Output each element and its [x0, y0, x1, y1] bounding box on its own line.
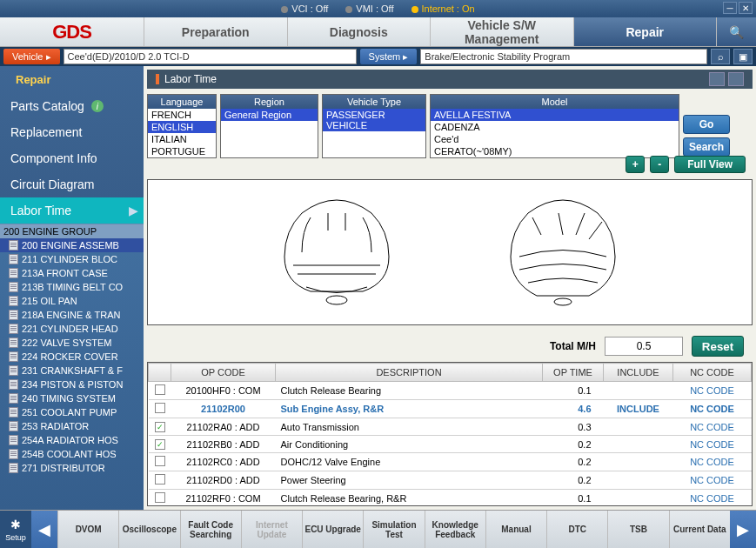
nc-code-link[interactable]: NC CODE: [673, 382, 752, 400]
sidebar-item-replacement[interactable]: Replacement: [0, 119, 144, 145]
tool-button[interactable]: Current Data: [669, 511, 730, 548]
tree-item[interactable]: 254A RADIATOR HOS: [0, 433, 144, 447]
tool-button[interactable]: Knowledge Feedback: [425, 511, 485, 548]
sidebar-item-component-info[interactable]: Component Info: [0, 145, 144, 171]
nc-code-link[interactable]: NC CODE: [673, 400, 752, 418]
filter-language-list[interactable]: FRENCHENGLISHITALIANPORTUGUE: [148, 109, 216, 157]
list-item[interactable]: CADENZA: [431, 121, 679, 133]
tree-item[interactable]: 222 VALVE SYSTEM: [0, 336, 144, 350]
table-row[interactable]: 21102R00Sub Engine Assy, R&R4.6INCLUDENC…: [149, 400, 752, 418]
tool-button[interactable]: Manual: [485, 511, 546, 548]
table-row[interactable]: 21102RD0 : ADDPower Steering0.2NC CODE: [149, 471, 752, 490]
table-row[interactable]: 20100HF0 : COMClutch Release Bearing0.1N…: [149, 382, 752, 400]
camera-button[interactable]: ⌕: [711, 49, 730, 64]
expand-button[interactable]: [709, 72, 725, 86]
system-input[interactable]: [420, 49, 707, 64]
tab-vehicle-sw[interactable]: Vehicle S/W Management: [430, 17, 573, 46]
list-item[interactable]: General Region: [221, 109, 318, 121]
tree-item[interactable]: 224 ROCKER COVER: [0, 350, 144, 364]
tree-item[interactable]: 213B TIMING BELT CO: [0, 280, 144, 294]
table-row[interactable]: ✓21102RA0 : ADDAuto Transmission0.3NC CO…: [149, 418, 752, 436]
checkbox[interactable]: [155, 492, 165, 503]
list-item[interactable]: AVELLA FESTIVA: [431, 109, 679, 121]
reset-button[interactable]: Reset: [692, 336, 744, 357]
filter-language-head: Language: [148, 95, 216, 109]
tree-item[interactable]: 253 RADIATOR: [0, 419, 144, 433]
table-row[interactable]: 21102RF0 : COMClutch Release Bearing, R&…: [149, 490, 752, 506]
minimize-button[interactable]: ─: [723, 2, 737, 14]
tree-item[interactable]: 213A FRONT CASE: [0, 266, 144, 280]
diagram-area[interactable]: [147, 179, 753, 325]
tree-item[interactable]: 200 ENGINE ASSEMB: [0, 238, 144, 252]
tree-item[interactable]: 251 COOLANT PUMP: [0, 405, 144, 419]
logo: GDS: [0, 17, 144, 46]
nc-code-link[interactable]: NC CODE: [673, 436, 752, 453]
table-row[interactable]: 21102RC0 : ADDDOHC/12 Valve Engine0.2NC …: [149, 453, 752, 471]
table-header: DESCRIPTION: [276, 364, 543, 382]
tool-button[interactable]: ECU Upgrade: [302, 511, 363, 548]
list-item[interactable]: FRENCH: [148, 109, 216, 121]
list-item[interactable]: ENGLISH: [148, 121, 216, 133]
checkbox[interactable]: [155, 474, 165, 485]
record-button[interactable]: ▣: [733, 49, 753, 64]
nc-code-link[interactable]: NC CODE: [673, 418, 752, 436]
table-row[interactable]: ✓21102RB0 : ADDAir Conditioning0.2NC COD…: [149, 436, 752, 453]
tool-button[interactable]: Fault Code Searching: [180, 511, 241, 548]
document-icon: [9, 421, 18, 431]
tool-button[interactable]: DVOM: [57, 511, 118, 548]
go-button[interactable]: Go: [683, 115, 730, 134]
list-item[interactable]: PORTUGUE: [148, 145, 216, 157]
tree-item[interactable]: 231 CRANKSHAFT & F: [0, 364, 144, 378]
checkbox[interactable]: [155, 456, 165, 466]
tool-button[interactable]: DTC: [546, 511, 607, 548]
checkbox[interactable]: [155, 403, 165, 413]
sidebar-item-labor-time[interactable]: Labor Time▶: [0, 197, 144, 224]
list-item[interactable]: ITALIAN: [148, 133, 216, 145]
tool-button[interactable]: Internet Update: [241, 511, 302, 548]
tree-item[interactable]: 221 CYLINDER HEAD: [0, 322, 144, 336]
tree-item[interactable]: 271 DISTRIBUTOR: [0, 461, 144, 475]
tab-diagnosis[interactable]: Diagnosis: [287, 17, 431, 46]
total-input[interactable]: [605, 337, 683, 356]
tab-preparation[interactable]: Preparation: [144, 17, 287, 46]
search-button[interactable]: Search: [683, 137, 730, 157]
tree-item[interactable]: 254B COOLANT HOS: [0, 447, 144, 461]
checkbox[interactable]: ✓: [155, 422, 165, 432]
close-button[interactable]: ✕: [739, 2, 753, 14]
sidebar-item-parts-catalog[interactable]: Parts Catalogi: [0, 93, 144, 119]
list-item[interactable]: PASSENGER VEHICLE: [323, 109, 425, 131]
tree-item[interactable]: 218A ENGINE & TRAN: [0, 308, 144, 322]
filter-region-list[interactable]: General Region: [221, 109, 318, 157]
filter-vtype-list[interactable]: PASSENGER VEHICLE: [323, 109, 425, 157]
setup-button[interactable]: ✱ Setup: [0, 511, 31, 548]
vehicle-input[interactable]: [64, 49, 357, 64]
sidebar-item-circuit-diagram[interactable]: Circuit Diagram: [0, 171, 144, 197]
nc-code-link[interactable]: NC CODE: [673, 471, 752, 490]
tab-repair[interactable]: Repair: [573, 17, 717, 46]
list-item[interactable]: Cee'd: [431, 133, 679, 145]
toolbar-next[interactable]: ▶: [730, 511, 756, 548]
checkbox[interactable]: ✓: [155, 439, 165, 450]
tree-item[interactable]: 200 ENGINE GROUP: [0, 224, 144, 238]
system-selector[interactable]: System ▸: [360, 49, 418, 64]
content-area: Labor Time Language FRENCHENGLISHITALIAN…: [144, 66, 756, 510]
tool-button[interactable]: Simulation Test: [363, 511, 424, 548]
filter-model-list[interactable]: AVELLA FESTIVACADENZACee'dCERATO(~'08MY): [431, 109, 679, 157]
tree-item[interactable]: 234 PISTON & PISTON: [0, 378, 144, 391]
zoom-out-button[interactable]: -: [650, 156, 669, 173]
zoom-in-button[interactable]: +: [626, 156, 645, 173]
nc-code-link[interactable]: NC CODE: [673, 490, 752, 506]
global-search-button[interactable]: 🔍: [716, 17, 756, 46]
tool-button[interactable]: Oscilloscope: [118, 511, 179, 548]
print-button[interactable]: [728, 72, 744, 86]
full-view-button[interactable]: Full View: [674, 156, 746, 173]
checkbox[interactable]: [155, 384, 165, 395]
tool-button[interactable]: TSB: [607, 511, 668, 548]
tree-item[interactable]: 211 CYLINDER BLOC: [0, 252, 144, 266]
toolbar-prev[interactable]: ◀: [31, 511, 57, 548]
tree-item[interactable]: 215 OIL PAN: [0, 294, 144, 308]
document-icon: [9, 296, 18, 306]
tree-item[interactable]: 240 TIMING SYSTEM: [0, 391, 144, 405]
vehicle-selector[interactable]: Vehicle ▸: [3, 49, 60, 64]
nc-code-link[interactable]: NC CODE: [673, 453, 752, 471]
